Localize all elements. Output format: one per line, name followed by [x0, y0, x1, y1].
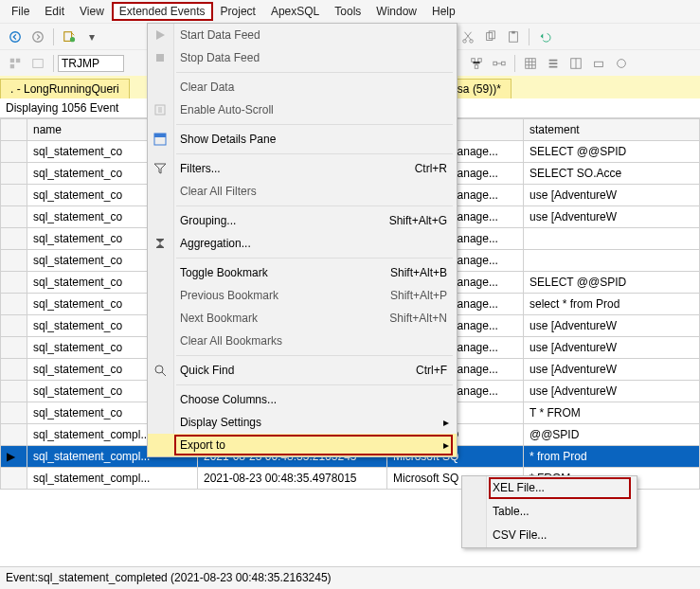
cell-stmt — [524, 250, 700, 272]
tool-icon-3[interactable] — [587, 53, 610, 74]
shortcut-label: Ctrl+F — [416, 364, 447, 377]
menu-quick-find[interactable]: Quick Find Ctrl+F — [148, 359, 457, 382]
tool-icon-2[interactable] — [27, 53, 49, 74]
svg-rect-16 — [472, 58, 476, 62]
export-to-submenu: XEL File... Table... CSV File... — [461, 475, 637, 548]
svg-point-29 — [155, 366, 163, 373]
details-pane-icon — [152, 131, 169, 148]
col-header-statement[interactable]: statement — [524, 119, 700, 141]
row-header — [1, 185, 27, 206]
menu-apexsql[interactable]: ApexSQL — [263, 2, 327, 21]
row-header — [1, 359, 27, 381]
menu-clear-all-filters[interactable]: Clear All Filters — [148, 180, 457, 203]
dropdown-icon[interactable]: ▾ — [81, 27, 103, 47]
menu-aggregation[interactable]: Aggregation... — [148, 232, 457, 255]
menu-previous-bookmark[interactable]: Previous Bookmark Shift+Alt+P — [148, 284, 457, 307]
cell-stmt: T * FROM — [524, 402, 700, 424]
row-header — [1, 381, 27, 402]
svg-rect-19 — [494, 62, 497, 65]
menu-edit[interactable]: Edit — [37, 2, 72, 21]
new-query-icon[interactable] — [58, 27, 81, 47]
menu-export-to[interactable]: Export to ▸ — [148, 434, 457, 456]
menu-clear-data[interactable]: Clear Data — [148, 76, 457, 98]
submenu-arrow-icon: ▸ — [443, 438, 449, 452]
list-icon[interactable] — [542, 53, 565, 74]
submenu-arrow-icon: ▸ — [443, 416, 449, 429]
copy-icon[interactable] — [479, 27, 502, 47]
row-header — [1, 468, 27, 490]
cell-stmt: use [AdventureW — [524, 359, 700, 381]
schema2-icon[interactable] — [488, 53, 511, 74]
funnel-icon — [152, 160, 169, 177]
menu-clear-all-bookmarks[interactable]: Clear All Bookmarks — [148, 330, 457, 352]
sigma-icon — [152, 235, 169, 252]
paste-icon[interactable] — [502, 27, 525, 47]
svg-point-0 — [10, 31, 21, 42]
cell-stmt: use [AdventureW — [524, 206, 700, 228]
tool-icon-1[interactable] — [4, 53, 27, 74]
undo-icon[interactable] — [533, 27, 556, 47]
stop-icon — [152, 49, 169, 66]
cell-stmt: * from Prod — [524, 446, 700, 468]
row-header — [1, 163, 27, 185]
submenu-csv-file[interactable]: CSV File... — [462, 524, 637, 547]
menu-grouping[interactable]: Grouping... Shift+Alt+G — [148, 209, 457, 232]
svg-rect-12 — [10, 58, 14, 62]
menu-filters[interactable]: Filters... Ctrl+R — [148, 157, 457, 180]
scroll-icon — [152, 101, 169, 118]
cell-stmt — [524, 228, 700, 250]
svg-rect-14 — [10, 63, 14, 67]
cell-name: sql_statement_compl... — [27, 468, 198, 490]
svg-rect-17 — [478, 58, 482, 62]
cell-stmt: @@SPID — [524, 424, 700, 446]
nav-back-icon[interactable] — [4, 27, 27, 47]
table-icon[interactable] — [565, 53, 587, 74]
menu-extended-events[interactable]: Extended Events — [112, 2, 213, 21]
cell-stmt: SELECT @@SPID — [524, 272, 700, 294]
svg-point-24 — [618, 59, 626, 67]
cut-icon[interactable] — [457, 27, 479, 47]
svg-rect-13 — [16, 58, 20, 62]
row-header — [1, 402, 27, 424]
schema-icon[interactable] — [465, 53, 488, 74]
svg-point-1 — [33, 31, 44, 42]
menu-window[interactable]: Window — [368, 2, 424, 21]
cell-stmt: use [AdventureW — [524, 381, 700, 402]
menu-stop-data-feed[interactable]: Stop Data Feed — [148, 46, 457, 69]
svg-rect-15 — [33, 59, 44, 67]
cell-stmt: use [AdventureW — [524, 185, 700, 206]
svg-rect-23 — [595, 62, 603, 66]
shortcut-label: Shift+Alt+B — [390, 266, 447, 279]
menu-project[interactable]: Project — [213, 2, 263, 21]
menu-next-bookmark[interactable]: Next Bookmark Shift+Alt+N — [148, 307, 457, 330]
row-header — [1, 337, 27, 359]
menu-help[interactable]: Help — [424, 2, 463, 21]
submenu-table[interactable]: Table... — [462, 500, 637, 524]
svg-rect-20 — [502, 62, 506, 65]
submenu-xel-file[interactable]: XEL File... — [462, 476, 637, 500]
svg-rect-18 — [475, 64, 478, 68]
menu-display-settings[interactable]: Display Settings ▸ — [148, 411, 457, 434]
cell-stmt: use [AdventureW — [524, 337, 700, 359]
cell-ts: 2021-08-23 00:48:35.4978015 — [198, 468, 387, 490]
menu-choose-columns[interactable]: Choose Columns... — [148, 388, 457, 411]
cell-stmt: SELECT SO.Acce — [524, 163, 700, 185]
svg-rect-25 — [156, 54, 164, 62]
menu-start-data-feed[interactable]: Start Data Feed — [148, 24, 457, 46]
menu-file[interactable]: File — [4, 2, 37, 21]
menu-view[interactable]: View — [72, 2, 112, 21]
menu-enable-auto-scroll[interactable]: Enable Auto-Scroll — [148, 98, 457, 121]
grid-icon[interactable] — [519, 53, 542, 74]
quick-launch-input[interactable] — [58, 55, 124, 72]
menu-toggle-bookmark[interactable]: Toggle Bookmark Shift+Alt+B — [148, 261, 457, 284]
svg-rect-28 — [154, 134, 166, 137]
cell-stmt: select * from Prod — [524, 294, 700, 315]
svg-rect-11 — [512, 30, 515, 33]
tool-icon-4[interactable] — [610, 53, 633, 74]
svg-point-3 — [70, 37, 75, 42]
tab-long-running-queries[interactable]: . - LongRunningQueri — [0, 79, 130, 98]
menu-tools[interactable]: Tools — [327, 2, 368, 21]
menu-show-details-pane[interactable]: Show Details Pane — [148, 128, 457, 151]
nav-forward-icon[interactable] — [27, 27, 49, 47]
status-bar: Event:sql_statement_completed (2021-08-2… — [0, 566, 700, 589]
